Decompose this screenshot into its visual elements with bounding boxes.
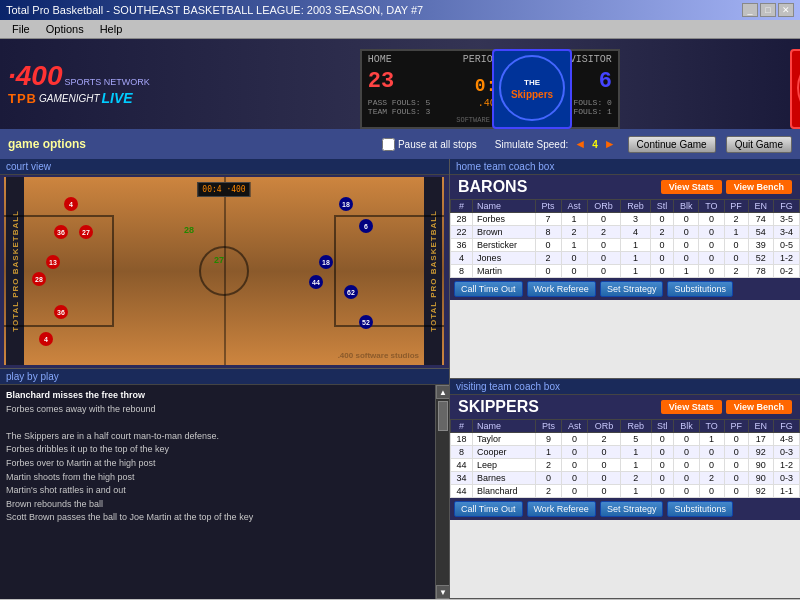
visitor-player-en: 17 (748, 433, 773, 446)
home-work-referee-button[interactable]: Work Referee (527, 281, 596, 297)
visitor-stats-table: # Name Pts Ast ORb Reb Stl Blk TO PF EN (450, 419, 800, 498)
player-home-28[interactable]: 28 (32, 272, 46, 286)
visitor-player-pts: 0 (536, 472, 562, 485)
menu-file[interactable]: File (4, 22, 38, 36)
pbp-scrollbar[interactable]: ▲ ▼ (435, 385, 449, 599)
pbp-line-8: Brown rebounds the ball (6, 498, 443, 511)
window-title: Total Pro Basketball - SOUTHEAST BASKETB… (6, 4, 423, 16)
pbp-line-2 (6, 416, 443, 429)
quit-game-button[interactable]: Quit Game (726, 136, 792, 153)
court-score-text: 00:4 ·400 (202, 185, 245, 194)
pause-checkbox[interactable] (382, 138, 395, 151)
home-player-fg: 1-2 (773, 252, 799, 265)
speed-increase-button[interactable]: ► (602, 137, 618, 151)
player-visitor-18b[interactable]: 18 (319, 255, 333, 269)
home-player-blk: 0 (674, 239, 699, 252)
continue-game-button[interactable]: Continue Game (628, 136, 716, 153)
visitor-player-reb: 1 (621, 485, 652, 498)
visitor-call-timeout-button[interactable]: Call Time Out (454, 501, 523, 517)
scroll-thumb[interactable] (438, 401, 448, 431)
visitor-substitutions-button[interactable]: Substitutions (667, 501, 733, 517)
visitor-view-stats-button[interactable]: View Stats (661, 400, 722, 414)
visitor-coach-box-label: visiting team coach box (450, 379, 800, 395)
player-visitor-6[interactable]: 6 (359, 219, 373, 233)
home-call-timeout-button[interactable]: Call Time Out (454, 281, 523, 297)
minimize-button[interactable]: _ (742, 3, 758, 17)
player-home-4b[interactable]: 4 (39, 332, 53, 346)
court-num-28: 28 (184, 225, 194, 235)
visitor-player-name: Barnes (473, 472, 536, 485)
home-coach-box: home team coach box BARONS View Stats Vi… (450, 159, 800, 379)
vcol-num: # (451, 420, 473, 433)
home-view-stats-button[interactable]: View Stats (661, 180, 722, 194)
home-player-pts: 7 (535, 213, 561, 226)
player-home-13[interactable]: 13 (46, 255, 60, 269)
vcol-stl: Stl (651, 420, 674, 433)
visitor-player-fg: 1-1 (773, 485, 799, 498)
visitor-player-fg: 1-2 (773, 459, 799, 472)
logo-live: LIVE (102, 90, 133, 106)
visitor-team-header: SKIPPERS View Stats View Bench (450, 395, 800, 419)
court-view-section: court view TOTAL PRO BASKETBALL TOTAL PR… (0, 159, 449, 369)
logo-gamenight: GAMENIGHT (39, 93, 100, 104)
home-player-reb: 3 (620, 213, 651, 226)
visitor-player-blk: 0 (674, 459, 699, 472)
home-view-bench-button[interactable]: View Bench (726, 180, 792, 194)
col-blk: Blk (674, 200, 699, 213)
close-button[interactable]: ✕ (778, 3, 794, 17)
home-player-pf: 2 (724, 213, 748, 226)
visitor-player-pf: 0 (724, 485, 748, 498)
speed-decrease-button[interactable]: ◄ (572, 137, 588, 151)
player-home-36a[interactable]: 36 (54, 225, 68, 239)
visitor-work-referee-button[interactable]: Work Referee (527, 501, 596, 517)
visitor-label: VISITOR (570, 54, 612, 65)
menu-options[interactable]: Options (38, 22, 92, 36)
main-area: ·400 SPORTS NETWORK TPB GAMENIGHT LIVE H… (0, 39, 800, 599)
visitor-player-fg: 4-8 (773, 433, 799, 446)
player-home-27[interactable]: 27 (79, 225, 93, 239)
home-player-en: 52 (748, 252, 773, 265)
content-area: court view TOTAL PRO BASKETBALL TOTAL PR… (0, 159, 800, 599)
logo-area: ·400 SPORTS NETWORK TPB GAMENIGHT LIVE (8, 62, 150, 106)
home-player-fg: 0-5 (773, 239, 799, 252)
visitor-player-en: 92 (748, 485, 773, 498)
home-player-num: 4 (451, 252, 473, 265)
visitor-view-bench-button[interactable]: View Bench (726, 400, 792, 414)
home-set-strategy-button[interactable]: Set Strategy (600, 281, 664, 297)
player-visitor-52[interactable]: 52 (359, 315, 373, 329)
visitor-player-orb: 0 (587, 459, 620, 472)
home-logo-text: EL BARONS (795, 53, 800, 125)
player-visitor-62[interactable]: 62 (344, 285, 358, 299)
visitor-player-en: 90 (748, 472, 773, 485)
scroll-down-button[interactable]: ▼ (436, 585, 449, 599)
pbp-line-6: Martin shoots from the high post (6, 471, 443, 484)
home-player-to: 0 (699, 239, 724, 252)
visitor-player-stl: 0 (651, 433, 674, 446)
home-players-body: 28 Forbes 7 1 0 3 0 0 0 2 74 3-5 22 Brow… (451, 213, 800, 278)
col-fg: FG (773, 200, 799, 213)
menu-help[interactable]: Help (92, 22, 131, 36)
home-player-to: 0 (699, 252, 724, 265)
visitor-set-strategy-button[interactable]: Set Strategy (600, 501, 664, 517)
player-visitor-44[interactable]: 44 (309, 275, 323, 289)
player-home-36b[interactable]: 36 (54, 305, 68, 319)
visitor-player-pf: 0 (724, 433, 748, 446)
home-substitutions-button[interactable]: Substitutions (667, 281, 733, 297)
player-home-4a[interactable]: 4 (64, 197, 78, 211)
maximize-button[interactable]: □ (760, 3, 776, 17)
home-player-orb: 0 (587, 239, 620, 252)
home-player-num: 8 (451, 265, 473, 278)
visitor-player-en: 92 (748, 446, 773, 459)
col-orb: ORb (587, 200, 620, 213)
game-options-label: game options (8, 137, 86, 151)
court-canvas: TOTAL PRO BASKETBALL TOTAL PRO BASKETBAL… (4, 177, 444, 365)
home-coach-buttons: Call Time Out Work Referee Set Strategy … (450, 278, 800, 300)
visitor-player-pf: 0 (724, 446, 748, 459)
player-visitor-18a[interactable]: 18 (339, 197, 353, 211)
home-player-blk: 0 (674, 226, 699, 239)
home-team-name: BARONS (458, 178, 527, 196)
vcol-ast: Ast (561, 420, 587, 433)
visitor-player-en: 90 (748, 459, 773, 472)
svg-text:Skippers: Skippers (511, 89, 554, 100)
scroll-up-button[interactable]: ▲ (436, 385, 449, 399)
